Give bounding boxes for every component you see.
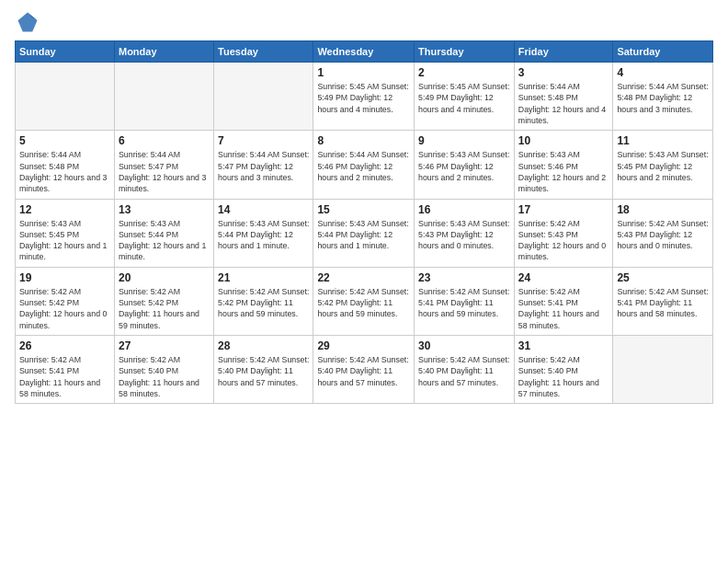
day-number: 19 <box>19 271 110 284</box>
week-row-1: 1Sunrise: 5:45 AM Sunset: 5:49 PM Daylig… <box>16 63 713 131</box>
day-number: 29 <box>317 339 410 352</box>
day-info: Sunrise: 5:42 AM Sunset: 5:42 PM Dayligh… <box>19 286 110 331</box>
calendar-cell: 10Sunrise: 5:43 AM Sunset: 5:46 PM Dayli… <box>514 131 613 199</box>
calendar-table: SundayMondayTuesdayWednesdayThursdayFrid… <box>15 40 713 404</box>
day-info: Sunrise: 5:42 AM Sunset: 5:42 PM Dayligh… <box>317 286 410 320</box>
day-info: Sunrise: 5:42 AM Sunset: 5:43 PM Dayligh… <box>518 218 609 263</box>
day-info: Sunrise: 5:43 AM Sunset: 5:44 PM Dayligh… <box>218 218 309 252</box>
calendar-cell <box>114 63 213 131</box>
calendar-cell: 1Sunrise: 5:45 AM Sunset: 5:49 PM Daylig… <box>313 63 415 131</box>
header-day-thursday: Thursday <box>415 41 515 63</box>
logo <box>15 9 44 35</box>
day-number: 18 <box>617 203 709 216</box>
day-number: 12 <box>19 203 110 216</box>
calendar-cell: 9Sunrise: 5:43 AM Sunset: 5:46 PM Daylig… <box>415 131 515 199</box>
header <box>15 9 713 35</box>
day-info: Sunrise: 5:44 AM Sunset: 5:48 PM Dayligh… <box>518 81 609 126</box>
calendar-cell: 21Sunrise: 5:42 AM Sunset: 5:42 PM Dayli… <box>214 267 313 335</box>
day-info: Sunrise: 5:42 AM Sunset: 5:40 PM Dayligh… <box>518 354 609 399</box>
week-row-2: 5Sunrise: 5:44 AM Sunset: 5:48 PM Daylig… <box>16 131 713 199</box>
day-info: Sunrise: 5:42 AM Sunset: 5:41 PM Dayligh… <box>19 354 110 399</box>
calendar-cell <box>214 63 313 131</box>
calendar-cell: 4Sunrise: 5:44 AM Sunset: 5:48 PM Daylig… <box>613 63 713 131</box>
logo-icon <box>15 9 40 35</box>
day-info: Sunrise: 5:44 AM Sunset: 5:48 PM Dayligh… <box>19 149 110 194</box>
day-number: 27 <box>119 339 210 352</box>
day-info: Sunrise: 5:42 AM Sunset: 5:42 PM Dayligh… <box>119 286 210 331</box>
calendar-cell: 30Sunrise: 5:42 AM Sunset: 5:40 PM Dayli… <box>415 336 515 404</box>
day-number: 6 <box>119 134 210 147</box>
header-day-saturday: Saturday <box>613 41 713 63</box>
calendar-cell: 28Sunrise: 5:42 AM Sunset: 5:40 PM Dayli… <box>214 336 313 404</box>
day-number: 21 <box>218 271 309 284</box>
header-day-friday: Friday <box>514 41 613 63</box>
calendar-cell: 20Sunrise: 5:42 AM Sunset: 5:42 PM Dayli… <box>114 267 213 335</box>
day-number: 22 <box>317 271 410 284</box>
calendar-cell: 31Sunrise: 5:42 AM Sunset: 5:40 PM Dayli… <box>514 336 613 404</box>
calendar-cell: 8Sunrise: 5:44 AM Sunset: 5:46 PM Daylig… <box>313 131 415 199</box>
calendar-cell: 18Sunrise: 5:42 AM Sunset: 5:43 PM Dayli… <box>613 199 713 267</box>
day-number: 28 <box>218 339 309 352</box>
day-info: Sunrise: 5:42 AM Sunset: 5:40 PM Dayligh… <box>418 354 510 388</box>
calendar-cell: 11Sunrise: 5:43 AM Sunset: 5:45 PM Dayli… <box>613 131 713 199</box>
day-info: Sunrise: 5:45 AM Sunset: 5:49 PM Dayligh… <box>418 81 510 115</box>
calendar-cell: 15Sunrise: 5:43 AM Sunset: 5:44 PM Dayli… <box>313 199 415 267</box>
calendar-cell: 6Sunrise: 5:44 AM Sunset: 5:47 PM Daylig… <box>114 131 213 199</box>
day-number: 13 <box>119 203 210 216</box>
day-number: 14 <box>218 203 309 216</box>
header-row: SundayMondayTuesdayWednesdayThursdayFrid… <box>16 41 713 63</box>
day-number: 17 <box>518 203 609 216</box>
day-number: 31 <box>518 339 609 352</box>
day-number: 8 <box>317 134 410 147</box>
day-number: 10 <box>518 134 609 147</box>
calendar-cell: 2Sunrise: 5:45 AM Sunset: 5:49 PM Daylig… <box>415 63 515 131</box>
day-number: 2 <box>418 66 510 79</box>
calendar-cell: 26Sunrise: 5:42 AM Sunset: 5:41 PM Dayli… <box>16 336 115 404</box>
day-info: Sunrise: 5:43 AM Sunset: 5:43 PM Dayligh… <box>418 218 510 252</box>
calendar-cell: 5Sunrise: 5:44 AM Sunset: 5:48 PM Daylig… <box>16 131 115 199</box>
day-number: 3 <box>518 66 609 79</box>
day-number: 9 <box>418 134 510 147</box>
day-info: Sunrise: 5:43 AM Sunset: 5:46 PM Dayligh… <box>418 149 510 183</box>
day-info: Sunrise: 5:42 AM Sunset: 5:40 PM Dayligh… <box>119 354 210 399</box>
day-info: Sunrise: 5:42 AM Sunset: 5:40 PM Dayligh… <box>317 354 410 388</box>
calendar-cell: 17Sunrise: 5:42 AM Sunset: 5:43 PM Dayli… <box>514 199 613 267</box>
header-day-wednesday: Wednesday <box>313 41 415 63</box>
day-info: Sunrise: 5:44 AM Sunset: 5:47 PM Dayligh… <box>119 149 210 194</box>
day-info: Sunrise: 5:43 AM Sunset: 5:46 PM Dayligh… <box>518 149 609 194</box>
day-number: 26 <box>19 339 110 352</box>
day-info: Sunrise: 5:43 AM Sunset: 5:45 PM Dayligh… <box>19 218 110 263</box>
day-number: 23 <box>418 271 510 284</box>
calendar-cell: 12Sunrise: 5:43 AM Sunset: 5:45 PM Dayli… <box>16 199 115 267</box>
day-info: Sunrise: 5:42 AM Sunset: 5:41 PM Dayligh… <box>418 286 510 320</box>
day-info: Sunrise: 5:43 AM Sunset: 5:44 PM Dayligh… <box>317 218 410 252</box>
week-row-4: 19Sunrise: 5:42 AM Sunset: 5:42 PM Dayli… <box>16 267 713 335</box>
day-number: 30 <box>418 339 510 352</box>
day-number: 7 <box>218 134 309 147</box>
calendar-cell: 29Sunrise: 5:42 AM Sunset: 5:40 PM Dayli… <box>313 336 415 404</box>
calendar-cell: 22Sunrise: 5:42 AM Sunset: 5:42 PM Dayli… <box>313 267 415 335</box>
svg-marker-0 <box>18 13 38 32</box>
calendar-cell: 14Sunrise: 5:43 AM Sunset: 5:44 PM Dayli… <box>214 199 313 267</box>
page: SundayMondayTuesdayWednesdayThursdayFrid… <box>0 0 728 563</box>
calendar-cell: 19Sunrise: 5:42 AM Sunset: 5:42 PM Dayli… <box>16 267 115 335</box>
day-number: 15 <box>317 203 410 216</box>
day-info: Sunrise: 5:42 AM Sunset: 5:40 PM Dayligh… <box>218 354 309 388</box>
calendar-cell: 23Sunrise: 5:42 AM Sunset: 5:41 PM Dayli… <box>415 267 515 335</box>
day-number: 16 <box>418 203 510 216</box>
header-day-sunday: Sunday <box>16 41 115 63</box>
calendar-cell: 13Sunrise: 5:43 AM Sunset: 5:44 PM Dayli… <box>114 199 213 267</box>
calendar-cell: 7Sunrise: 5:44 AM Sunset: 5:47 PM Daylig… <box>214 131 313 199</box>
calendar-cell: 24Sunrise: 5:42 AM Sunset: 5:41 PM Dayli… <box>514 267 613 335</box>
header-day-monday: Monday <box>114 41 213 63</box>
day-info: Sunrise: 5:42 AM Sunset: 5:42 PM Dayligh… <box>218 286 309 320</box>
calendar-cell: 3Sunrise: 5:44 AM Sunset: 5:48 PM Daylig… <box>514 63 613 131</box>
day-info: Sunrise: 5:42 AM Sunset: 5:43 PM Dayligh… <box>617 218 709 252</box>
calendar-cell <box>16 63 115 131</box>
day-number: 5 <box>19 134 110 147</box>
day-number: 11 <box>617 134 709 147</box>
calendar-cell: 25Sunrise: 5:42 AM Sunset: 5:41 PM Dayli… <box>613 267 713 335</box>
day-number: 25 <box>617 271 709 284</box>
header-day-tuesday: Tuesday <box>214 41 313 63</box>
day-info: Sunrise: 5:43 AM Sunset: 5:44 PM Dayligh… <box>119 218 210 263</box>
